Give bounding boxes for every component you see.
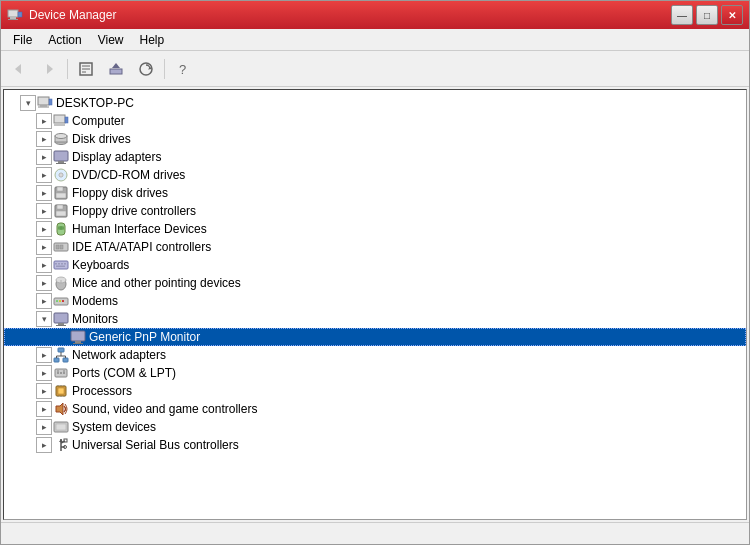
tree-item-hid[interactable]: ▸ Human Interface Devices [4,220,746,238]
scan-changes-button[interactable] [132,56,160,82]
back-button[interactable] [5,56,33,82]
display-expand[interactable]: ▸ [36,149,52,165]
svg-rect-35 [57,205,63,209]
keyboards-expand[interactable]: ▸ [36,257,52,273]
toolbar: ? [1,51,749,87]
svg-rect-36 [56,211,66,216]
svg-text:?: ? [179,62,186,77]
tree-item-network[interactable]: ▸ Network adapters [4,346,746,364]
svg-rect-17 [38,107,49,108]
svg-rect-55 [59,300,61,302]
ide-icon [53,239,69,255]
tree-item-modems[interactable]: ▸ Modems [4,292,746,310]
tree-item-floppy-disk[interactable]: ▸ Floppy disk drives [4,184,746,202]
disk-expand[interactable]: ▸ [36,131,52,147]
svg-rect-16 [40,105,47,107]
menu-bar: File Action View Help [1,29,749,51]
svg-rect-77 [58,388,64,394]
tree-item-sound[interactable]: ▸ Sound, video and game controllers [4,400,746,418]
svg-rect-21 [54,125,65,126]
svg-point-24 [55,134,67,139]
root-expand-button[interactable]: ▾ [20,95,36,111]
svg-rect-63 [58,348,64,352]
floppy-disk-label: Floppy disk drives [72,186,168,200]
toolbar-sep-2 [164,59,165,79]
floppy-disk-expand[interactable]: ▸ [36,185,52,201]
tree-item-generic-pnp[interactable]: Generic PnP Monitor [4,328,746,346]
usb-icon [53,437,69,453]
mice-expand[interactable]: ▸ [36,275,52,291]
tree-item-system[interactable]: ▸ System devices [4,418,746,436]
tree-item-monitors[interactable]: ▾ Monitors [4,310,746,328]
svg-rect-89 [64,439,67,442]
menu-view[interactable]: View [90,31,132,49]
tree-item-usb[interactable]: ▸ Universal Serial Bus controllers [4,436,746,454]
floppy-disk-icon [53,185,69,201]
tree-root[interactable]: ▾ DESKTOP-PC [4,94,746,112]
minimize-button[interactable]: — [671,5,693,25]
ide-expand[interactable]: ▸ [36,239,52,255]
monitors-label: Monitors [72,312,118,326]
forward-button[interactable] [35,56,63,82]
svg-rect-33 [56,193,66,198]
properties-icon [78,61,94,77]
hid-label: Human Interface Devices [72,222,207,236]
tree-item-disk-drives[interactable]: ▸ Disk drives [4,130,746,148]
system-label: System devices [72,420,156,434]
svg-rect-62 [73,343,83,344]
keyboards-label: Keyboards [72,258,129,272]
svg-rect-47 [61,263,63,265]
svg-point-75 [63,370,64,371]
close-button[interactable]: ✕ [721,5,743,25]
usb-label: Universal Serial Bus controllers [72,438,239,452]
update-driver-button[interactable] [102,56,130,82]
maximize-button[interactable]: □ [696,5,718,25]
title-bar: Device Manager — □ ✕ [1,1,749,29]
dvd-expand[interactable]: ▸ [36,167,52,183]
tree-item-display[interactable]: ▸ Display adapters [4,148,746,166]
display-adapters-label: Display adapters [72,150,161,164]
menu-file[interactable]: File [5,31,40,49]
menu-action[interactable]: Action [40,31,89,49]
keyboards-icon [53,257,69,273]
computer-expand[interactable]: ▸ [36,113,52,129]
tree-item-floppy-ctrl[interactable]: ▸ Floppy drive controllers [4,202,746,220]
tree-view[interactable]: ▾ DESKTOP-PC ▸ [4,90,746,519]
sound-label: Sound, video and game controllers [72,402,257,416]
monitors-expand[interactable]: ▾ [36,311,52,327]
svg-rect-45 [55,263,57,265]
menu-help[interactable]: Help [132,31,173,49]
processors-expand[interactable]: ▸ [36,383,52,399]
usb-expand[interactable]: ▸ [36,437,52,453]
tree-item-computer[interactable]: ▸ Computer [4,112,746,130]
hid-expand[interactable]: ▸ [36,221,52,237]
svg-rect-65 [63,358,68,362]
help-button[interactable]: ? [169,56,197,82]
properties-button[interactable] [72,56,100,82]
svg-rect-44 [54,261,68,269]
computer-icon [53,113,69,129]
svg-rect-60 [71,331,85,341]
svg-point-72 [60,372,62,374]
svg-marker-84 [56,403,63,415]
device-manager-window: Device Manager — □ ✕ File Action View He… [0,0,750,545]
svg-rect-86 [56,424,66,430]
tree-item-mice[interactable]: ▸ Mice and other pointing devices [4,274,746,292]
network-expand[interactable]: ▸ [36,347,52,363]
ports-expand[interactable]: ▸ [36,365,52,381]
tree-item-keyboards[interactable]: ▸ Keyboards [4,256,746,274]
tree-item-ports[interactable]: ▸ Ports (COM & LPT) [4,364,746,382]
svg-rect-54 [56,300,58,302]
sound-expand[interactable]: ▸ [36,401,52,417]
svg-rect-46 [58,263,60,265]
modems-expand[interactable]: ▸ [36,293,52,309]
tree-item-ide[interactable]: ▸ IDE ATA/ATAPI controllers [4,238,746,256]
tree-item-dvd[interactable]: ▸ DVD/CD-ROM drives [4,166,746,184]
modems-icon [53,293,69,309]
monitors-icon [53,311,69,327]
system-expand[interactable]: ▸ [36,419,52,435]
floppy-ctrl-expand[interactable]: ▸ [36,203,52,219]
svg-rect-2 [8,19,18,20]
forward-icon [41,61,57,77]
tree-item-processors[interactable]: ▸ Processors [4,382,746,400]
